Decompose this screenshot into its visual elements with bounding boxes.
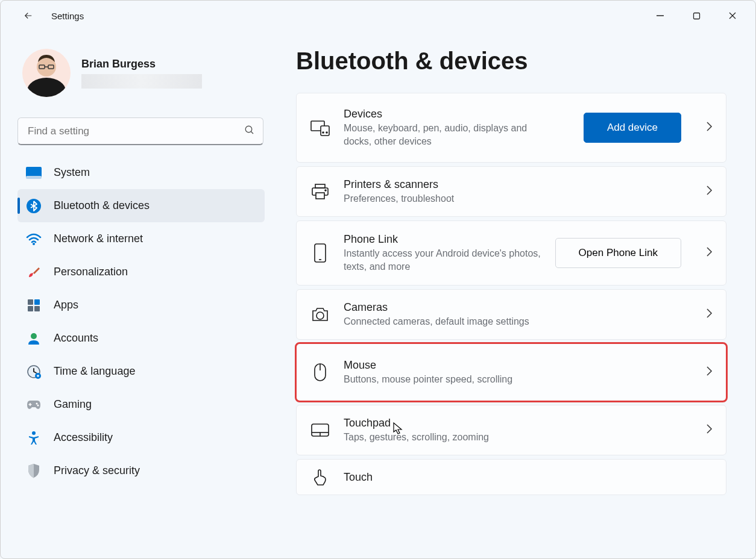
chevron-right-icon <box>705 185 713 198</box>
card-mouse[interactable]: Mouse Buttons, mouse pointer speed, scro… <box>296 343 726 401</box>
card-sub: Mouse, keyboard, pen, audio, displays an… <box>344 122 549 148</box>
svg-point-33 <box>325 190 326 191</box>
nav-label: Accounts <box>54 332 98 345</box>
nav-label: Accessibility <box>54 431 113 444</box>
sidebar: Brian Burgess System Bluetooth & devices… <box>1 31 272 558</box>
printer-icon <box>310 183 330 200</box>
nav-time-language[interactable]: Time & language <box>17 355 265 388</box>
profile-section[interactable]: Brian Burgess <box>17 42 267 111</box>
chevron-right-icon <box>705 121 713 134</box>
open-phone-link-button[interactable]: Open Phone Link <box>555 238 681 268</box>
titlebar: Settings <box>1 1 755 31</box>
nav-network[interactable]: Network & internet <box>17 222 265 255</box>
nav-gaming[interactable]: Gaming <box>17 388 265 421</box>
card-title: Mouse <box>344 359 681 372</box>
svg-rect-13 <box>26 176 42 179</box>
mouse-icon <box>310 363 330 382</box>
accounts-icon <box>26 331 42 346</box>
card-title: Touch <box>344 471 713 484</box>
card-touchpad[interactable]: Touchpad Taps, gestures, scrolling, zoom… <box>296 405 726 455</box>
search-input[interactable] <box>17 117 263 145</box>
svg-point-15 <box>33 243 35 245</box>
nav-personalization[interactable]: Personalization <box>17 255 265 289</box>
svg-point-24 <box>37 404 39 406</box>
search-icon <box>244 125 255 138</box>
apps-icon <box>26 298 42 313</box>
close-button[interactable] <box>714 4 751 28</box>
nav-label: Personalization <box>54 266 128 278</box>
chevron-right-icon <box>705 423 713 437</box>
nav: System Bluetooth & devices Network & int… <box>17 156 267 487</box>
svg-point-10 <box>245 126 252 133</box>
chevron-right-icon <box>705 366 713 379</box>
nav-label: Bluetooth & devices <box>54 199 150 212</box>
svg-point-20 <box>31 333 37 339</box>
profile-email-placeholder <box>81 74 202 89</box>
phone-icon <box>310 243 330 263</box>
svg-rect-16 <box>28 299 33 305</box>
card-sub: Connected cameras, default image setting… <box>344 315 681 328</box>
nav-label: Time & language <box>54 365 135 378</box>
card-sub: Instantly access your Android device's p… <box>344 247 542 273</box>
svg-rect-18 <box>28 306 33 311</box>
nav-system[interactable]: System <box>17 156 265 189</box>
card-touch[interactable]: Touch <box>296 459 726 495</box>
svg-point-28 <box>323 132 324 133</box>
svg-rect-27 <box>321 126 329 136</box>
svg-point-36 <box>317 312 324 319</box>
card-sub: Taps, gestures, scrolling, zooming <box>344 431 681 444</box>
card-phone-link[interactable]: Phone Link Instantly access your Android… <box>296 220 726 286</box>
card-sub: Preferences, troubleshoot <box>344 192 681 205</box>
accessibility-icon <box>26 430 42 446</box>
chevron-right-icon <box>705 308 713 321</box>
bluetooth-icon <box>26 198 42 214</box>
card-printers[interactable]: Printers & scanners Preferences, trouble… <box>296 166 726 217</box>
svg-rect-30 <box>315 184 325 188</box>
search-wrap <box>17 117 263 145</box>
maximize-button[interactable] <box>678 4 714 28</box>
svg-line-11 <box>251 131 253 134</box>
nav-label: Privacy & security <box>54 464 140 477</box>
svg-point-25 <box>32 431 36 435</box>
card-title: Phone Link <box>344 233 542 246</box>
nav-label: System <box>54 166 90 179</box>
nav-bluetooth-devices[interactable]: Bluetooth & devices <box>17 189 265 222</box>
nav-label: Network & internet <box>54 233 143 245</box>
card-title: Touchpad <box>344 417 681 429</box>
nav-label: Gaming <box>54 398 92 411</box>
gaming-icon <box>26 397 42 413</box>
nav-label: Apps <box>54 299 78 311</box>
svg-rect-32 <box>316 193 324 199</box>
shield-icon <box>26 463 42 479</box>
card-title: Cameras <box>344 301 681 314</box>
nav-accounts[interactable]: Accounts <box>17 322 265 355</box>
system-icon <box>26 165 42 181</box>
avatar <box>22 49 71 97</box>
camera-icon <box>310 307 330 322</box>
clock-icon <box>26 364 42 379</box>
nav-accessibility[interactable]: Accessibility <box>17 421 265 454</box>
card-cameras[interactable]: Cameras Connected cameras, default image… <box>296 289 726 340</box>
nav-apps[interactable]: Apps <box>17 289 265 322</box>
page-title: Bluetooth & devices <box>296 48 726 75</box>
svg-point-29 <box>326 132 327 133</box>
svg-point-23 <box>36 402 38 404</box>
svg-rect-19 <box>34 306 40 311</box>
touch-icon <box>310 468 330 486</box>
card-devices[interactable]: Devices Mouse, keyboard, pen, audio, dis… <box>296 93 726 163</box>
content: Bluetooth & devices Devices Mouse, keybo… <box>272 31 755 558</box>
devices-icon <box>310 119 330 136</box>
app-title: Settings <box>51 11 84 21</box>
minimize-button[interactable] <box>642 4 678 28</box>
card-title: Printers & scanners <box>344 178 681 191</box>
brush-icon <box>26 264 42 280</box>
chevron-right-icon <box>705 246 713 260</box>
svg-rect-1 <box>693 13 699 19</box>
nav-privacy[interactable]: Privacy & security <box>17 454 265 487</box>
touchpad-icon <box>310 423 330 437</box>
wifi-icon <box>26 231 42 247</box>
card-sub: Buttons, mouse pointer speed, scrolling <box>344 373 681 386</box>
add-device-button[interactable]: Add device <box>584 113 681 143</box>
card-title: Devices <box>344 108 570 120</box>
back-button[interactable] <box>16 4 40 28</box>
